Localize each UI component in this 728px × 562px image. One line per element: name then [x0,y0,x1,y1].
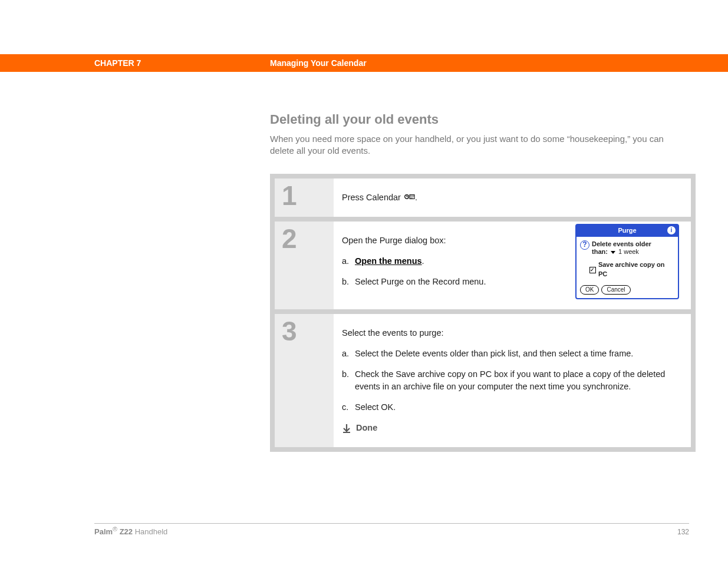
svg-point-8 [410,198,411,199]
step-number: 2 [275,222,334,309]
step-number: 1 [275,178,334,217]
step-text-suffix: . [415,193,417,202]
header-chapter: CHAPTER 7 [94,58,141,68]
step-body: Select the events to purge: a. Select th… [334,314,691,447]
substep-letter: a. [342,255,355,267]
header-section: Managing Your Calendar [270,58,367,68]
step-text: Press Calendar [342,193,403,202]
step-lead: Select the events to purge: [342,327,677,339]
purge-dialog-title: Purge i [577,225,678,237]
page-number: 132 [677,528,689,536]
substep-letter: b. [342,276,355,288]
dropdown-icon[interactable] [611,251,615,254]
footer-brand-bold: Palm [94,527,113,536]
dialog-title-text: Purge [618,226,636,236]
dialog-message: ? Delete events older than: 1 week [580,240,674,256]
info-icon[interactable]: i [667,226,676,234]
calendar-icon [404,191,415,204]
step-row: 2 Open the Purge dialog box: a. Open the… [275,222,691,309]
intro-text: When you need more space on your handhel… [270,133,689,157]
substep-text: Select OK. [355,401,677,414]
substep-suffix: . [422,256,424,266]
footer-reg: ® [113,525,117,533]
svg-point-5 [410,197,411,197]
substep-text: Select the Delete events older than pick… [355,348,677,360]
question-icon: ? [580,240,589,250]
dialog-text: Delete events older than: 1 week [592,240,651,256]
step-row: 3 Select the events to purge: a. Select … [275,314,691,447]
dialog-timeframe-value[interactable]: 1 week [618,248,639,255]
done-indicator: Done [342,422,677,434]
substep-letter: c. [342,401,355,414]
substep-letter: a. [342,348,355,360]
purge-dialog: Purge i ? Delete events older than: 1 we… [575,224,679,299]
open-menus-link[interactable]: Open the menus [355,256,422,266]
steps-container: 1 Press Calendar . 2 Open the Purge dial… [270,174,696,452]
dialog-than-label: than: [592,248,608,255]
ok-button[interactable]: OK [580,285,599,295]
page-title: Deleting all your old events [270,112,689,127]
svg-point-9 [411,198,412,199]
step-number: 3 [275,314,334,447]
substep: c. Select OK. [342,401,677,414]
archive-checkbox-row: ✓ Save archive copy on PC [589,260,674,279]
cancel-button[interactable]: Cancel [601,285,630,295]
content-area: Deleting all your old events When you ne… [270,112,689,452]
archive-checkbox-label: Save archive copy on PC [598,260,674,279]
footer-divider [94,523,689,524]
step-body: Press Calendar . [334,178,691,217]
substep: a. Select the Delete events older than p… [342,348,677,360]
substep-letter: b. [342,368,355,393]
svg-point-7 [413,197,413,197]
dialog-line1: Delete events older [592,240,651,247]
header-bar: CHAPTER 7 Managing Your Calendar [0,54,728,72]
footer-suffix: Handheld [135,527,168,536]
substep-text: Check the Save archive copy on PC box if… [355,368,677,393]
svg-point-6 [411,197,412,197]
done-label: Done [356,422,377,434]
archive-checkbox[interactable]: ✓ [589,267,596,273]
done-arrow-icon [342,424,351,433]
dialog-buttons: OK Cancel [577,282,678,298]
step-row: 1 Press Calendar . [275,178,691,217]
purge-dialog-body: ? Delete events older than: 1 week ✓ Sav… [577,237,678,282]
footer-model: Z22 [117,527,135,536]
step-body: Open the Purge dialog box: a. Open the m… [334,222,691,309]
substep: b. Check the Save archive copy on PC box… [342,368,677,393]
footer-brand: Palm® Z22 Handheld [94,525,167,536]
